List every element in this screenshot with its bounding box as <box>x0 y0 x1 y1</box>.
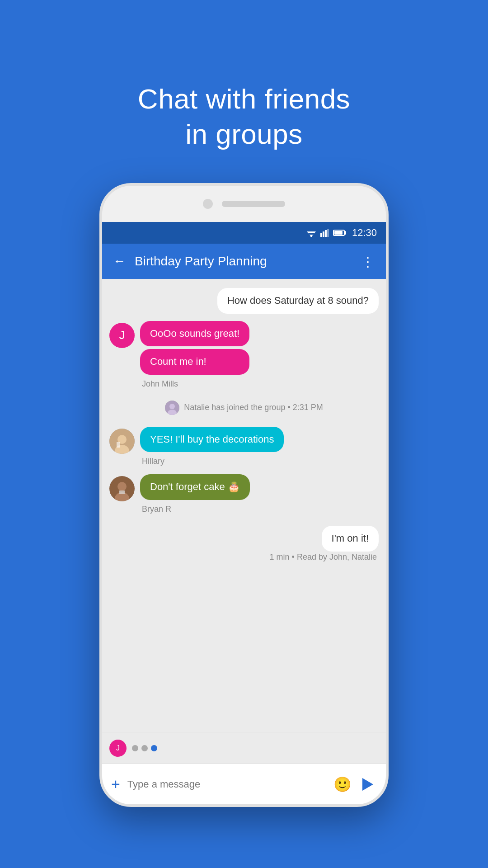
send-button[interactable] <box>359 775 377 793</box>
message-row: How does Saturday at 8 sound? <box>109 288 379 314</box>
svg-rect-4 <box>320 233 322 237</box>
svg-rect-5 <box>323 231 324 237</box>
svg-rect-6 <box>325 230 327 237</box>
typing-dots <box>132 745 157 751</box>
hero-title: Chat with friends in groups <box>138 81 350 151</box>
battery-icon <box>333 230 345 236</box>
signal-icon <box>320 229 329 237</box>
system-avatar <box>165 401 179 415</box>
app-bar-title: Birthday Party Planning <box>135 254 352 269</box>
emoji-button[interactable]: 🙂 <box>333 776 352 793</box>
svg-point-9 <box>169 404 175 409</box>
message-row: Don't forget cake 🎂 Bryan R <box>109 474 379 514</box>
hero-section: Chat with friends in groups <box>138 0 350 151</box>
dot-3 <box>151 745 157 751</box>
dot-2 <box>141 745 148 751</box>
read-receipt: 1 min • Read by John, Natalie <box>270 552 379 562</box>
msgs-stack: Don't forget cake 🎂 Bryan R <box>140 474 250 514</box>
message-row: J OoOo sounds great! Count me in! John M… <box>109 321 379 389</box>
msgs-stack: OoOo sounds great! Count me in! John Mil… <box>140 321 249 389</box>
phone-speaker <box>222 201 285 207</box>
avatar-bryan <box>109 476 135 501</box>
bubble: I'm on it! <box>322 526 379 552</box>
phone-frame: 12:30 ← Birthday Party Planning ⋮ How do… <box>99 183 389 807</box>
send-arrow-icon <box>362 778 373 791</box>
plus-button[interactable]: + <box>111 775 120 793</box>
dot-1 <box>132 745 138 751</box>
avatar: J <box>109 323 135 348</box>
message-row: YES! I'll buy the decorations Hillary <box>109 427 379 467</box>
svg-rect-18 <box>119 491 125 494</box>
sender-name: Hillary <box>142 457 284 466</box>
chat-area: How does Saturday at 8 sound? J OoOo sou… <box>102 279 386 732</box>
avatar-hillary <box>109 429 135 454</box>
back-button[interactable]: ← <box>113 254 126 269</box>
bubble: Count me in! <box>140 349 249 375</box>
svg-rect-14 <box>117 442 120 448</box>
phone-hardware-top <box>102 186 386 222</box>
msgs-stack: YES! I'll buy the decorations Hillary <box>140 427 284 467</box>
sender-name: Bryan R <box>142 505 250 514</box>
typing-area: J <box>102 732 386 764</box>
bubble: How does Saturday at 8 sound? <box>217 288 379 314</box>
phone-camera <box>203 199 213 209</box>
bubble: Don't forget cake 🎂 <box>140 474 250 500</box>
typing-avatar: J <box>109 740 127 757</box>
app-bar: ← Birthday Party Planning ⋮ <box>102 244 386 279</box>
input-bar: + 🙂 <box>102 764 386 804</box>
wifi-icon <box>306 229 317 237</box>
bubble: OoOo sounds great! <box>140 321 249 347</box>
message-row: I'm on it! 1 min • Read by John, Natalie <box>109 526 379 562</box>
status-time: 12:30 <box>352 227 377 239</box>
status-icons: 12:30 <box>306 227 377 239</box>
system-text: Natalie has joined the group • 2:31 PM <box>184 403 323 412</box>
svg-point-16 <box>117 482 127 491</box>
sender-name: John Mills <box>142 379 249 389</box>
bubble: YES! I'll buy the decorations <box>140 427 284 453</box>
status-bar: 12:30 <box>102 222 386 244</box>
system-message: Natalie has joined the group • 2:31 PM <box>109 393 379 422</box>
message-input[interactable] <box>127 778 326 790</box>
more-menu-button[interactable]: ⋮ <box>361 254 375 269</box>
svg-rect-7 <box>327 229 329 237</box>
